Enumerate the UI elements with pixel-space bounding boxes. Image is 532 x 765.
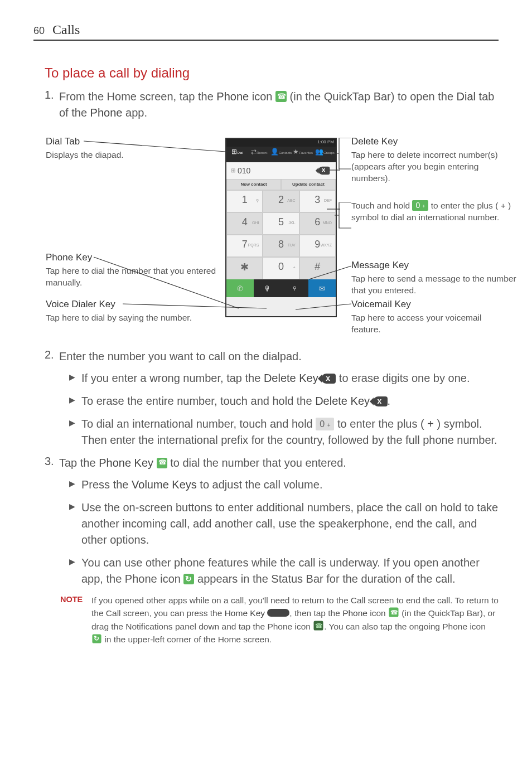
voicemail-key[interactable]: ⚲ <box>281 279 308 297</box>
tab-label: Recent <box>257 151 267 154</box>
tab-label: Dial <box>237 151 243 154</box>
tab-favorites[interactable]: ★Favorites <box>292 147 314 162</box>
plus-symbol: + <box>427 418 434 430</box>
callout-delete-key: Delete Key Tap here to delete incorrect … <box>351 135 519 185</box>
leader-line <box>123 303 267 311</box>
step-body: Enter the number you want to call on the… <box>59 348 499 365</box>
tab-recent[interactable]: ⇄Recent <box>248 147 270 162</box>
bullet-icon: ▶ <box>69 477 81 493</box>
tab-label: Contacts <box>279 151 292 154</box>
callout-zero-key: Touch and hold 0 + to enter the plus ( +… <box>351 200 524 224</box>
phone-label: Phone <box>90 106 123 119</box>
phone-icon <box>157 458 167 468</box>
key-2[interactable]: 2ABC <box>263 190 299 212</box>
bullet-icon: ▶ <box>69 416 81 448</box>
volume-keys-label: Volume Keys <box>132 478 197 491</box>
bullet-body: To dial an international number, touch a… <box>81 416 499 448</box>
voice-dialer-key[interactable]: 🎙 <box>254 279 281 297</box>
dial-label: Dial <box>457 90 476 103</box>
bullet-body: Press the Volume Keys to adjust the call… <box>81 477 499 493</box>
step-1: 1. From the Home screen, tap the Phone i… <box>45 89 499 121</box>
callout-message-key: Message Key Tap here to send a message t… <box>351 259 524 297</box>
callout-desc: Tap here to dial by saying the number. <box>46 313 192 322</box>
bullet-wrong-number: ▶ If you enter a wrong number, tap the D… <box>69 370 499 386</box>
bullet-body: To erase the entire number, touch and ho… <box>81 393 499 409</box>
bullet-icon: ▶ <box>69 370 81 386</box>
callout-desc: Tap here to delete incorrect number(s) (… <box>351 150 498 183</box>
home-key-icon <box>267 609 289 617</box>
note: NOTE If you opened other apps while on a… <box>60 594 499 646</box>
bullet-onscreen: ▶ Use the on-screen buttons to enter add… <box>69 500 499 548</box>
bullet-icon: ▶ <box>69 393 81 409</box>
delete-key-label: Delete Key <box>264 372 318 384</box>
delete-icon[interactable] <box>318 167 330 175</box>
status-bar: 1:00 PM <box>226 139 336 147</box>
callout-title: Delete Key <box>351 135 519 148</box>
tab-contacts[interactable]: 👤Contacts <box>270 147 292 162</box>
callout-voicemail-key: Voicemail Key Tap here to access your vo… <box>351 298 513 336</box>
svg-line-6 <box>296 304 351 309</box>
bullet-erase-entire: ▶ To erase the entire number, touch and … <box>69 393 499 409</box>
text: Tap the <box>59 457 99 469</box>
delete-icon <box>373 396 388 406</box>
entered-number: 010 <box>238 166 250 175</box>
key-5[interactable]: 5JKL <box>263 212 299 235</box>
key-7[interactable]: 7PQRS <box>226 235 263 257</box>
number-display: ⊞010 <box>226 162 336 179</box>
time: 1:00 PM <box>317 139 334 144</box>
phone-label: Phone <box>216 90 249 103</box>
svg-line-2 <box>123 304 267 308</box>
text: icon <box>249 90 275 103</box>
update-contact-button[interactable]: Update contact <box>281 179 336 190</box>
leader-line <box>329 169 340 171</box>
bullet-icon: ▶ <box>69 500 81 548</box>
key-8[interactable]: 8TUV <box>263 235 299 257</box>
home-key-label: Home Key <box>225 608 265 618</box>
tab-bar: ⊞Dial ⇄Recent 👤Contacts ★Favorites 👥Grou… <box>226 147 336 162</box>
phone-icon <box>275 91 287 102</box>
heading-to-place-call: To place a call by dialing <box>45 65 499 81</box>
tab-label: Favorites <box>299 151 313 154</box>
text: to erase digits one by one. <box>336 372 470 384</box>
contact-actions: New contact Update contact <box>226 179 336 190</box>
ongoing-phone-icon <box>92 634 101 643</box>
callout-desc: Tap here to send a message to the number… <box>351 274 516 295</box>
step-body: From the Home screen, tap the Phone icon… <box>59 89 499 121</box>
key-0[interactable]: 0+ <box>263 257 299 279</box>
leader-line <box>296 303 351 309</box>
text: icon <box>367 608 388 618</box>
new-contact-button[interactable]: New contact <box>226 179 281 190</box>
callout-desc: Displays the diapad. <box>46 150 124 159</box>
text: in the upper-left corner of the Home scr… <box>102 635 272 644</box>
callout-title: Message Key <box>351 259 524 272</box>
bracket-icon <box>335 138 351 171</box>
text: app. <box>122 106 147 119</box>
svg-line-5 <box>309 266 351 279</box>
voicemail-icon: ⚲ <box>256 198 259 203</box>
text: appears in the Status Bar for the durati… <box>194 573 455 585</box>
keypad-icon: ⊞ <box>231 167 235 173</box>
page-number: 60 <box>33 25 45 37</box>
phone-key-label: Phone Key <box>99 457 153 469</box>
tab-groups[interactable]: 👥Groups <box>314 147 336 162</box>
key-4[interactable]: 4GHI <box>226 212 263 235</box>
phone-icon <box>389 608 399 617</box>
key-9[interactable]: 9WXYZ <box>299 235 336 257</box>
step-number: 1. <box>45 89 59 121</box>
bullet-other-features: ▶ You can use other phone features while… <box>69 555 499 587</box>
text: Touch and hold <box>351 201 412 210</box>
text: Press the <box>81 478 132 491</box>
key-6[interactable]: 6MNO <box>299 212 336 235</box>
zero-key-icon: 0 + <box>316 418 334 430</box>
zero-key-icon: 0 + <box>412 200 428 211</box>
callout-desc: Tap here to access your voicemail featur… <box>351 313 481 334</box>
phone-label: Phone <box>342 608 367 618</box>
delete-key-label: Delete Key <box>315 395 370 407</box>
key-1[interactable]: 1⚲ <box>226 190 263 212</box>
text: , then tap the <box>289 608 342 618</box>
text: To dial an international number, touch a… <box>81 418 316 430</box>
section-title: Calls <box>52 22 80 37</box>
bracket-icon <box>335 202 351 230</box>
leader-line <box>327 208 340 210</box>
bullet-body: Use the on-screen buttons to enter addit… <box>81 500 499 548</box>
